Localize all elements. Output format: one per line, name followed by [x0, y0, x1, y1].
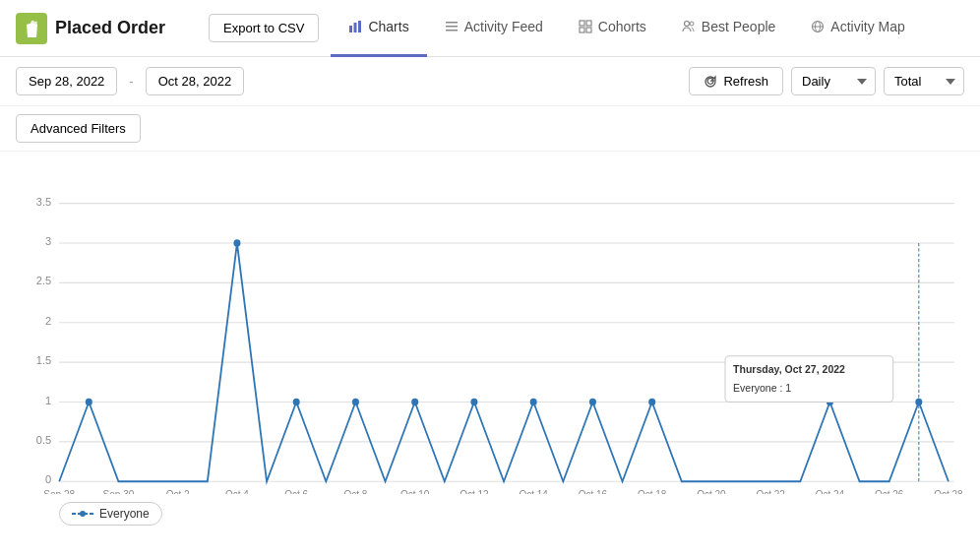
svg-text:0: 0: [45, 473, 51, 485]
tab-charts[interactable]: Charts: [331, 0, 426, 57]
chart-container: 0 0.5 1 1.5 2 2.5 3 3.5 Sep 28 Sep 30 Oc…: [16, 159, 964, 494]
globe-icon: [811, 20, 825, 33]
svg-text:Oct 24: Oct 24: [816, 489, 845, 494]
tab-activity-feed[interactable]: Activity Feed: [427, 0, 561, 57]
bar-chart-icon: [348, 20, 362, 33]
svg-rect-6: [446, 30, 458, 31]
data-point: [411, 399, 418, 405]
svg-text:Oct 26: Oct 26: [875, 489, 904, 494]
advanced-filters-button[interactable]: Advanced Filters: [16, 114, 141, 143]
svg-text:Oct 6: Oct 6: [284, 489, 308, 494]
data-point: [293, 399, 300, 405]
data-point: [470, 399, 477, 405]
data-point: [530, 399, 537, 405]
svg-point-11: [684, 22, 689, 27]
app-logo: Placed Order: [16, 13, 189, 44]
list-icon: [445, 20, 459, 33]
chart-area: 0 0.5 1 1.5 2 2.5 3 3.5 Sep 28 Sep 30 Oc…: [0, 152, 980, 494]
date-end-button[interactable]: Oct 28, 2022: [146, 67, 244, 95]
data-point: [589, 399, 596, 405]
data-point: [86, 399, 92, 405]
svg-text:Oct 20: Oct 20: [697, 489, 726, 494]
svg-text:2: 2: [45, 315, 51, 327]
svg-rect-8: [586, 21, 591, 26]
grid-icon: [579, 20, 592, 33]
svg-text:Oct 16: Oct 16: [579, 489, 608, 494]
svg-text:3: 3: [45, 235, 51, 247]
svg-point-12: [690, 22, 694, 26]
svg-rect-5: [446, 26, 458, 28]
shopify-logo-icon: [16, 13, 47, 44]
legend-item-everyone: Everyone: [59, 502, 162, 526]
filters-row: Advanced Filters: [0, 106, 980, 152]
legend: Everyone: [0, 494, 980, 533]
svg-text:0.5: 0.5: [36, 434, 51, 446]
top-nav: Placed Order Export to CSV Charts Activi…: [0, 0, 980, 57]
data-point: [648, 399, 655, 405]
svg-text:3.5: 3.5: [36, 195, 51, 207]
tab-activity-map[interactable]: Activity Map: [793, 0, 922, 57]
line-chart: 0 0.5 1 1.5 2 2.5 3 3.5 Sep 28 Sep 30 Oc…: [16, 159, 964, 494]
data-point: [352, 399, 359, 405]
svg-rect-1: [349, 26, 352, 32]
svg-text:Oct 14: Oct 14: [519, 489, 548, 494]
granularity-select[interactable]: Daily Weekly Monthly: [791, 67, 876, 95]
svg-text:1.5: 1.5: [36, 354, 51, 366]
svg-text:Oct 2: Oct 2: [166, 489, 190, 494]
svg-rect-2: [354, 23, 357, 32]
svg-text:Oct 12: Oct 12: [459, 489, 489, 494]
metric-select[interactable]: Total Unique: [884, 67, 964, 95]
svg-rect-3: [358, 21, 361, 32]
toolbar: Sep 28, 2022 - Oct 28, 2022 Refresh Dail…: [0, 57, 980, 106]
svg-text:Oct 18: Oct 18: [638, 489, 667, 494]
svg-rect-9: [580, 28, 584, 32]
svg-text:1: 1: [45, 394, 51, 405]
refresh-icon: [704, 75, 717, 89]
svg-point-49: [80, 511, 86, 517]
date-start-button[interactable]: Sep 28, 2022: [16, 67, 117, 95]
svg-text:Oct 10: Oct 10: [400, 489, 430, 494]
svg-text:Oct 28: Oct 28: [934, 489, 963, 494]
data-point: [233, 239, 240, 246]
export-csv-button[interactable]: Export to CSV: [209, 14, 319, 42]
date-separator: -: [125, 74, 137, 89]
people-icon: [682, 20, 696, 33]
svg-rect-10: [586, 28, 591, 32]
tooltip-date: Thursday, Oct 27, 2022: [733, 362, 845, 374]
svg-text:Oct 22: Oct 22: [756, 489, 785, 494]
legend-line-icon: [72, 509, 93, 519]
svg-text:Sep 28: Sep 28: [43, 489, 75, 494]
svg-text:Oct 4: Oct 4: [225, 489, 249, 494]
svg-text:2.5: 2.5: [36, 275, 51, 286]
page-title: Placed Order: [55, 18, 165, 38]
tab-best-people[interactable]: Best People: [664, 0, 794, 57]
svg-rect-4: [446, 22, 458, 24]
svg-text:Sep 30: Sep 30: [103, 489, 135, 494]
svg-rect-7: [580, 21, 584, 26]
nav-tabs: Charts Activity Feed Cohorts: [331, 0, 964, 57]
refresh-button[interactable]: Refresh: [689, 67, 783, 95]
tooltip-value: Everyone : 1: [733, 382, 791, 394]
legend-label-everyone: Everyone: [99, 507, 150, 521]
tab-cohorts[interactable]: Cohorts: [561, 0, 664, 57]
svg-text:Oct 8: Oct 8: [343, 489, 367, 494]
